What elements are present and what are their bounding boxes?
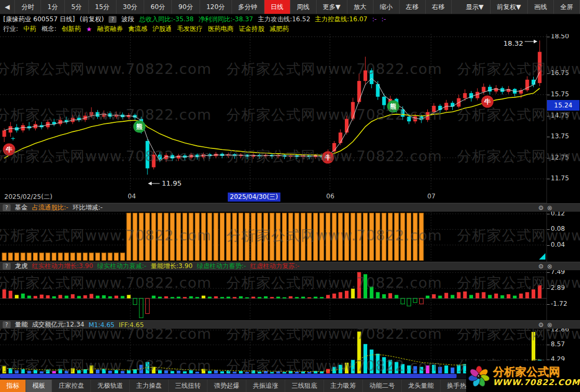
toolbar-button-60min[interactable]: 60分 bbox=[144, 0, 172, 14]
flower-logo-icon bbox=[468, 363, 490, 390]
panel-header-icons: ⚙⊗ bbox=[538, 321, 552, 329]
gear-icon[interactable]: ⚙ bbox=[538, 263, 544, 270]
horizontal-scrollbar[interactable] bbox=[0, 373, 546, 379]
tab-9[interactable]: 主力吸筹 bbox=[324, 380, 363, 392]
volume-bar-chart[interactable] bbox=[0, 329, 546, 377]
info-segment-1: (前复权) bbox=[80, 15, 104, 24]
info-segment-8: :- bbox=[372, 15, 376, 23]
price-axis-label: 0.08 bbox=[551, 225, 565, 232]
info-segment-4: 总收入同比:-35.38 bbox=[139, 15, 194, 24]
industry-value[interactable]: 中药 bbox=[23, 24, 36, 34]
panel-stat-1: 环比增减:- bbox=[72, 203, 102, 212]
candlestick-chart-area[interactable]: 牛熊牛熊牛11.9518.32+ bbox=[0, 34, 546, 190]
toolbar-button-draw-line[interactable]: 画线 bbox=[528, 0, 554, 14]
bear-marker: 熊 bbox=[387, 101, 400, 113]
close-icon[interactable]: ⊗ bbox=[547, 263, 552, 270]
price-axis-label: 2.89 bbox=[551, 284, 565, 291]
fund-bar-chart[interactable] bbox=[0, 212, 546, 263]
toolbar-button-zoom-out[interactable]: 缩小 bbox=[374, 0, 400, 14]
price-axis-label: 14.75 bbox=[551, 112, 569, 119]
volume-svg bbox=[0, 329, 546, 374]
toolbar-button-adjust-mode[interactable]: 前复权▼ bbox=[491, 0, 528, 14]
info-segment-9: :- bbox=[382, 15, 386, 23]
panel-header-longhu: ?龙虎红实柱动力增长:3.90绿实柱动力衰减:-量能增长:3.90绿虚柱动力蓄势… bbox=[0, 262, 580, 270]
toolbar-button-weekly[interactable]: 周线 bbox=[291, 0, 317, 14]
bull-marker: 牛 bbox=[482, 96, 494, 108]
tab-7[interactable]: 共振追涨 bbox=[246, 380, 285, 392]
concept-item-5[interactable]: 毛发医疗 bbox=[177, 24, 203, 34]
close-icon[interactable]: ⊗ bbox=[547, 322, 552, 328]
longhu-bar-chart[interactable] bbox=[0, 270, 546, 321]
tab-5[interactable]: 三线扭转 bbox=[169, 380, 208, 392]
concept-item-2[interactable]: 融资融券 bbox=[97, 24, 123, 34]
help-icon[interactable]: ? bbox=[3, 204, 11, 211]
logo-site-url: WWW.70822.COM bbox=[493, 378, 580, 387]
toolbar-button-1min[interactable]: 1分 bbox=[41, 0, 65, 14]
panel-header-volume: ?量能成交额亿元:12.34M1:4.65IFF:4.65⚙⊗ bbox=[0, 320, 580, 329]
tab-10[interactable]: 动能二号 bbox=[363, 380, 402, 392]
concept-label: 概念: bbox=[42, 24, 56, 34]
concept-item-4[interactable]: 沪股通 bbox=[153, 24, 172, 34]
toolbar-button-120min[interactable]: 120分 bbox=[200, 0, 232, 14]
toolbar-button-daily[interactable]: 日线 bbox=[264, 0, 291, 14]
toolbar-button-fullscreen[interactable]: 全屏 bbox=[554, 0, 580, 14]
svg-text:牛: 牛 bbox=[6, 146, 13, 153]
panel-title: 量能 bbox=[15, 320, 28, 329]
help-icon[interactable]: ? bbox=[3, 321, 11, 328]
scrollbar-thumb[interactable] bbox=[0, 374, 457, 378]
tab-1[interactable]: 模板 bbox=[26, 380, 52, 392]
toolbar-button-30min[interactable]: 30分 bbox=[117, 0, 144, 14]
panel-header-fund: ?基金占流通股比:-环比增减:-⚙⊗ bbox=[0, 203, 580, 212]
panel-header-icons: ⚙⊗ bbox=[538, 204, 552, 212]
help-icon[interactable]: ? bbox=[109, 16, 117, 23]
svg-text:18.32: 18.32 bbox=[503, 39, 523, 47]
price-axis-label: 8.57 bbox=[551, 340, 565, 348]
stock-app-window: ◀分时1分5分15分30分60分90分120分多分钟日线周线更多▼放大缩小左移右… bbox=[0, 0, 580, 392]
panel-stat-0: 占流通股比:- bbox=[32, 203, 68, 212]
concept-item-6[interactable]: 医药电商 bbox=[208, 24, 234, 34]
back-button[interactable]: ◀ bbox=[0, 0, 15, 14]
close-icon[interactable]: ⊗ bbox=[547, 205, 552, 211]
industry-concept-bar: 行业:中药概念:创新药★融资融券禽流感沪股通毛发医疗医药电商证金持股减肥药 bbox=[0, 24, 580, 34]
toolbar-button-move-right[interactable]: 右移 bbox=[426, 0, 452, 14]
toolbar-button-5min[interactable]: 5分 bbox=[65, 0, 89, 14]
price-axis-label: 0.04 bbox=[551, 241, 565, 248]
help-icon[interactable]: ? bbox=[3, 263, 11, 270]
logo-site-name: 分析家公式网 bbox=[493, 366, 580, 378]
tab-3[interactable]: 无极轨道 bbox=[91, 380, 130, 392]
fund-svg bbox=[0, 212, 546, 261]
concept-item-3[interactable]: 禽流感 bbox=[128, 24, 147, 34]
tab-4[interactable]: 主力操盘 bbox=[130, 380, 169, 392]
panel-stat-1: M1:4.65 bbox=[88, 321, 114, 329]
date-label-0: 2025/02/25(二) bbox=[4, 193, 53, 202]
toolbar-button-multi-min[interactable]: 多分钟 bbox=[232, 0, 264, 14]
svg-text:牛: 牛 bbox=[484, 98, 491, 105]
tab-0[interactable]: 指标 bbox=[0, 380, 26, 392]
concept-item-0[interactable]: 创新药 bbox=[62, 24, 81, 34]
toolbar-button-more[interactable]: 更多▼ bbox=[317, 0, 347, 14]
tab-8[interactable]: 三线狙底 bbox=[285, 380, 324, 392]
gear-icon[interactable]: ⚙ bbox=[538, 205, 544, 211]
concept-item-8[interactable]: 减肥药 bbox=[270, 24, 289, 34]
bear-marker: 熊 bbox=[134, 121, 146, 133]
toolbar-button-zoom-in[interactable]: 放大 bbox=[347, 0, 374, 14]
tab-2[interactable]: 庄家控盘 bbox=[52, 380, 91, 392]
price-axis-label: 15.75 bbox=[551, 90, 569, 98]
toolbar-button-15min[interactable]: 15分 bbox=[89, 0, 117, 14]
toolbar-button-move-left[interactable]: 左移 bbox=[400, 0, 426, 14]
price-axis-label: 16.75 bbox=[551, 69, 569, 77]
tab-6[interactable]: 强势起爆 bbox=[208, 380, 246, 392]
toolbar-button-90min[interactable]: 90分 bbox=[172, 0, 200, 14]
toolbar-button-timeshare[interactable]: 分时 bbox=[15, 0, 41, 14]
last-price-badge: 15.24 bbox=[547, 100, 579, 111]
stock-info-bar: [康缘药业 600557 日线](前复权)?波段总收入同比:-35.38净利润同… bbox=[0, 14, 580, 24]
toolbar-button-display[interactable]: 显示▼ bbox=[460, 0, 491, 14]
price-annotation: 18.32 bbox=[503, 39, 537, 47]
panel-stat-3: 绿虚柱动力蓄势:- bbox=[197, 262, 246, 271]
tab-11[interactable]: 龙头量能 bbox=[402, 380, 441, 392]
gear-icon[interactable]: ⚙ bbox=[538, 322, 544, 328]
industry-label: 行业: bbox=[3, 24, 18, 34]
panel-stat-0: 成交额亿元:12.34 bbox=[32, 320, 84, 329]
longhu-svg bbox=[0, 270, 546, 319]
concept-item-7[interactable]: 证金持股 bbox=[239, 24, 264, 34]
